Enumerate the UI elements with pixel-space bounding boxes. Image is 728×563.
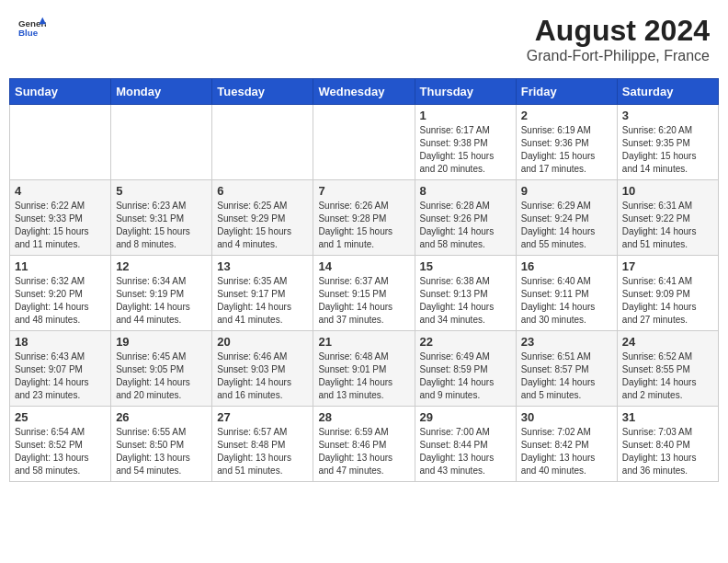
day-number: 10 (622, 184, 713, 198)
calendar-cell: 2Sunrise: 6:19 AM Sunset: 9:36 PM Daylig… (516, 105, 617, 180)
day-info: Sunrise: 6:23 AM Sunset: 9:31 PM Dayligh… (116, 200, 207, 251)
calendar-cell: 6Sunrise: 6:25 AM Sunset: 9:29 PM Daylig… (212, 180, 313, 256)
day-info: Sunrise: 6:29 AM Sunset: 9:24 PM Dayligh… (521, 200, 612, 251)
day-number: 13 (217, 259, 308, 273)
day-info: Sunrise: 6:32 AM Sunset: 9:20 PM Dayligh… (15, 275, 106, 327)
col-monday: Monday (111, 79, 212, 105)
day-number: 24 (622, 335, 713, 349)
day-info: Sunrise: 6:52 AM Sunset: 8:55 PM Dayligh… (622, 350, 713, 402)
day-number: 27 (217, 410, 308, 424)
day-number: 16 (521, 259, 612, 273)
calendar-week-row: 18Sunrise: 6:43 AM Sunset: 9:07 PM Dayli… (10, 331, 719, 407)
day-info: Sunrise: 6:37 AM Sunset: 9:15 PM Dayligh… (318, 275, 409, 327)
col-saturday: Saturday (617, 79, 718, 105)
calendar-cell: 24Sunrise: 6:52 AM Sunset: 8:55 PM Dayli… (617, 331, 718, 407)
day-info: Sunrise: 6:20 AM Sunset: 9:35 PM Dayligh… (622, 124, 713, 176)
col-sunday: Sunday (10, 79, 111, 105)
calendar-week-row: 4Sunrise: 6:22 AM Sunset: 9:33 PM Daylig… (10, 180, 719, 256)
calendar-cell: 12Sunrise: 6:34 AM Sunset: 9:19 PM Dayli… (111, 256, 212, 331)
calendar-cell: 27Sunrise: 6:57 AM Sunset: 8:48 PM Dayli… (212, 407, 313, 482)
calendar-cell: 3Sunrise: 6:20 AM Sunset: 9:35 PM Daylig… (617, 105, 718, 180)
day-info: Sunrise: 6:57 AM Sunset: 8:48 PM Dayligh… (217, 426, 308, 477)
day-info: Sunrise: 6:19 AM Sunset: 9:36 PM Dayligh… (521, 124, 612, 176)
day-info: Sunrise: 6:55 AM Sunset: 8:50 PM Dayligh… (116, 426, 207, 477)
calendar-cell: 13Sunrise: 6:35 AM Sunset: 9:17 PM Dayli… (212, 256, 313, 331)
day-info: Sunrise: 6:34 AM Sunset: 9:19 PM Dayligh… (116, 275, 207, 327)
day-info: Sunrise: 6:54 AM Sunset: 8:52 PM Dayligh… (15, 426, 106, 477)
calendar-cell: 4Sunrise: 6:22 AM Sunset: 9:33 PM Daylig… (10, 180, 111, 256)
calendar-cell: 14Sunrise: 6:37 AM Sunset: 9:15 PM Dayli… (313, 256, 415, 331)
day-number: 12 (116, 259, 207, 273)
logo: General Blue (18, 14, 50, 41)
calendar-cell: 11Sunrise: 6:32 AM Sunset: 9:20 PM Dayli… (10, 256, 111, 331)
calendar-cell: 28Sunrise: 6:59 AM Sunset: 8:46 PM Dayli… (313, 407, 415, 482)
day-info: Sunrise: 6:43 AM Sunset: 9:07 PM Dayligh… (15, 350, 106, 402)
calendar-cell (111, 105, 212, 180)
day-number: 30 (521, 410, 612, 424)
day-info: Sunrise: 6:40 AM Sunset: 9:11 PM Dayligh… (521, 275, 612, 327)
day-info: Sunrise: 6:28 AM Sunset: 9:26 PM Dayligh… (420, 200, 511, 251)
day-number: 17 (622, 259, 713, 273)
day-info: Sunrise: 6:26 AM Sunset: 9:28 PM Dayligh… (318, 200, 409, 251)
svg-text:Blue: Blue (18, 28, 39, 38)
day-number: 11 (15, 259, 106, 273)
calendar-cell: 16Sunrise: 6:40 AM Sunset: 9:11 PM Dayli… (516, 256, 617, 331)
day-number: 15 (420, 259, 511, 273)
calendar-cell: 20Sunrise: 6:46 AM Sunset: 9:03 PM Dayli… (212, 331, 313, 407)
calendar-cell: 15Sunrise: 6:38 AM Sunset: 9:13 PM Dayli… (415, 256, 516, 331)
col-friday: Friday (516, 79, 617, 105)
day-number: 9 (521, 184, 612, 198)
header: General Blue August 2024 Grand-Fort-Phil… (9, 9, 719, 69)
col-tuesday: Tuesday (212, 79, 313, 105)
calendar-cell: 10Sunrise: 6:31 AM Sunset: 9:22 PM Dayli… (617, 180, 718, 256)
day-number: 22 (420, 335, 511, 349)
month-title: August 2024 (527, 14, 710, 48)
day-info: Sunrise: 6:22 AM Sunset: 9:33 PM Dayligh… (15, 200, 106, 251)
day-number: 18 (15, 335, 106, 349)
calendar-cell (212, 105, 313, 180)
calendar-cell: 31Sunrise: 7:03 AM Sunset: 8:40 PM Dayli… (617, 407, 718, 482)
day-number: 28 (318, 410, 409, 424)
day-number: 4 (15, 184, 106, 198)
col-thursday: Thursday (415, 79, 516, 105)
day-number: 5 (116, 184, 207, 198)
day-info: Sunrise: 6:38 AM Sunset: 9:13 PM Dayligh… (420, 275, 511, 327)
col-wednesday: Wednesday (313, 79, 415, 105)
calendar-week-row: 11Sunrise: 6:32 AM Sunset: 9:20 PM Dayli… (10, 256, 719, 331)
day-number: 21 (318, 335, 409, 349)
calendar-cell: 26Sunrise: 6:55 AM Sunset: 8:50 PM Dayli… (111, 407, 212, 482)
calendar-cell: 23Sunrise: 6:51 AM Sunset: 8:57 PM Dayli… (516, 331, 617, 407)
day-info: Sunrise: 6:17 AM Sunset: 9:38 PM Dayligh… (420, 124, 511, 176)
calendar-cell: 18Sunrise: 6:43 AM Sunset: 9:07 PM Dayli… (10, 331, 111, 407)
calendar-cell: 25Sunrise: 6:54 AM Sunset: 8:52 PM Dayli… (10, 407, 111, 482)
calendar-cell (313, 105, 415, 180)
day-number: 6 (217, 184, 308, 198)
calendar-cell: 7Sunrise: 6:26 AM Sunset: 9:28 PM Daylig… (313, 180, 415, 256)
day-info: Sunrise: 6:59 AM Sunset: 8:46 PM Dayligh… (318, 426, 409, 477)
day-info: Sunrise: 6:49 AM Sunset: 8:59 PM Dayligh… (420, 350, 511, 402)
calendar-cell: 21Sunrise: 6:48 AM Sunset: 9:01 PM Dayli… (313, 331, 415, 407)
calendar-cell: 1Sunrise: 6:17 AM Sunset: 9:38 PM Daylig… (415, 105, 516, 180)
day-number: 7 (318, 184, 409, 198)
day-info: Sunrise: 6:48 AM Sunset: 9:01 PM Dayligh… (318, 350, 409, 402)
day-info: Sunrise: 6:45 AM Sunset: 9:05 PM Dayligh… (116, 350, 207, 402)
calendar-cell (10, 105, 111, 180)
day-number: 1 (420, 109, 511, 122)
day-number: 25 (15, 410, 106, 424)
day-number: 8 (420, 184, 511, 198)
month-info: August 2024 Grand-Fort-Philippe, France (527, 14, 710, 64)
calendar-cell: 8Sunrise: 6:28 AM Sunset: 9:26 PM Daylig… (415, 180, 516, 256)
calendar-cell: 19Sunrise: 6:45 AM Sunset: 9:05 PM Dayli… (111, 331, 212, 407)
day-info: Sunrise: 6:35 AM Sunset: 9:17 PM Dayligh… (217, 275, 308, 327)
calendar-header-row: Sunday Monday Tuesday Wednesday Thursday… (10, 79, 719, 105)
day-info: Sunrise: 6:31 AM Sunset: 9:22 PM Dayligh… (622, 200, 713, 251)
calendar-week-row: 25Sunrise: 6:54 AM Sunset: 8:52 PM Dayli… (10, 407, 719, 482)
calendar-cell: 5Sunrise: 6:23 AM Sunset: 9:31 PM Daylig… (111, 180, 212, 256)
day-info: Sunrise: 6:25 AM Sunset: 9:29 PM Dayligh… (217, 200, 308, 251)
day-info: Sunrise: 6:41 AM Sunset: 9:09 PM Dayligh… (622, 275, 713, 327)
day-info: Sunrise: 6:46 AM Sunset: 9:03 PM Dayligh… (217, 350, 308, 402)
day-number: 29 (420, 410, 511, 424)
day-info: Sunrise: 7:00 AM Sunset: 8:44 PM Dayligh… (420, 426, 511, 477)
day-number: 23 (521, 335, 612, 349)
day-info: Sunrise: 7:03 AM Sunset: 8:40 PM Dayligh… (622, 426, 713, 477)
